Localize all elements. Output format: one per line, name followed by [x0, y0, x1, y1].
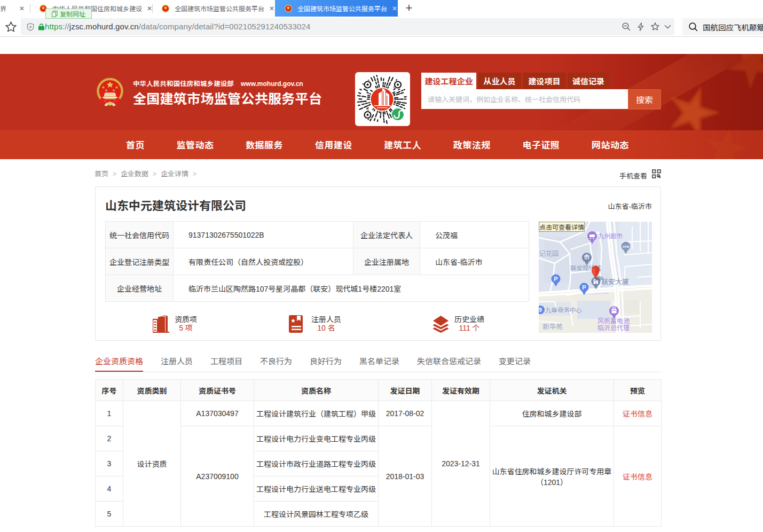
svg-text:联安大厦: 联安大厦 — [601, 278, 629, 286]
svg-text:九州超市: 九州超市 — [598, 232, 623, 239]
svg-text:临沂总代理: 临沂总代理 — [597, 324, 630, 332]
svg-text:风帆蓄电池: 风帆蓄电池 — [597, 317, 630, 325]
svg-text:记花园: 记花园 — [539, 250, 559, 257]
svg-text:新华苑: 新华苑 — [542, 323, 563, 331]
svg-text:P: P — [582, 284, 586, 291]
svg-text:九峰商务中心: 九峰商务中心 — [545, 307, 582, 314]
svg-text:ATM: ATM — [623, 245, 630, 248]
svg-text:P: P — [554, 276, 557, 282]
svg-text:9: 9 — [539, 307, 542, 313]
